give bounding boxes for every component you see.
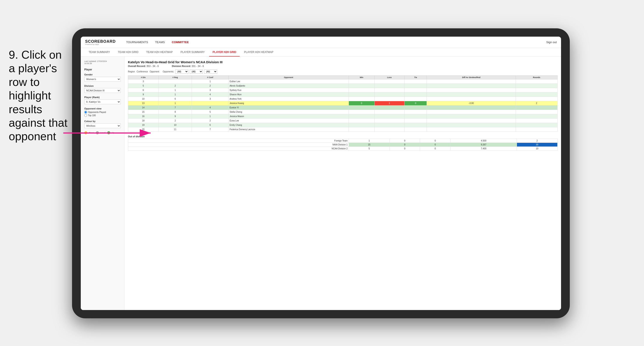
th-diff: Diff Av Strokes/Rnd: [427, 76, 516, 79]
color-down: [84, 131, 87, 134]
region-label: Region: [128, 70, 135, 73]
th-opponent: Opponent: [228, 76, 349, 79]
gender-label: Gender: [84, 73, 121, 76]
logo-sub: Powered by clippi: [85, 43, 116, 45]
table-row[interactable]: 20117Federica Domecq Lacroze: [128, 127, 558, 132]
nav-tournaments[interactable]: TOURNAMENTS: [126, 40, 148, 45]
overall-record: Overall Record: 353 - 34 - 6: [128, 65, 159, 67]
filter-conference: Conference: [137, 70, 148, 73]
step-number: 9.: [9, 48, 18, 61]
tab-team-summary[interactable]: TEAM SUMMARY: [85, 48, 114, 56]
color-level-label: Level: [101, 132, 106, 134]
instruction-text: 9. Click on a player's row to highlight …: [9, 48, 68, 143]
table-row[interactable]: 31Esther Lee: [128, 79, 558, 84]
table-row[interactable]: 914Sharon Mun: [128, 92, 558, 97]
table-row[interactable]: 1474Eunice Yi: [128, 106, 558, 110]
gender-section: Gender Women's: [84, 73, 121, 82]
th-conf: # Conf: [192, 76, 228, 79]
conference-label: Conference: [137, 70, 148, 73]
opponent-view-label: Opponent view: [84, 107, 121, 110]
region-select[interactable]: (All): [175, 70, 188, 74]
th-win: Win: [349, 76, 374, 79]
tablet-screen: SCOREBOARD Powered by clippi TOURNAMENTS…: [81, 37, 561, 310]
nav-teams[interactable]: TEAMS: [155, 40, 165, 45]
out-section-title: Out of division: [128, 135, 558, 138]
th-reg: # Reg: [158, 76, 192, 79]
out-table-row[interactable]: Foreign Team1004.5002: [128, 139, 558, 143]
filters-row: Region Conference Opponent Opponents: (A…: [128, 70, 558, 74]
color-down-label: Down: [89, 132, 94, 134]
player-rank-section: Player (Rank) 8. Katelyn Vo: [84, 96, 121, 104]
conference-select[interactable]: (All): [190, 70, 203, 74]
grid-content: Katelyn Vo Head-to-Head Grid for Women's…: [124, 57, 561, 310]
filter-opponent: Opponent: [150, 70, 159, 73]
last-updated: Last Updated: 27/03/2024 16:55:38: [84, 60, 121, 65]
out-table: Foreign Team1004.5002NAIA Division 11500…: [128, 139, 558, 151]
gender-select[interactable]: Women's: [84, 77, 121, 82]
tab-player-h2h-heatmap[interactable]: PLAYER H2H HEATMAP: [240, 48, 277, 56]
tab-team-h2h-heatmap[interactable]: TEAM H2H HEATMAP: [143, 48, 176, 56]
out-table-row[interactable]: NAIA Division 115009.26730: [128, 143, 558, 147]
opponent-view-radios: Opponents Played Top 100: [84, 111, 121, 117]
colour-by-select[interactable]: Win/loss: [84, 123, 121, 128]
filter-region: Region: [128, 70, 135, 73]
table-row[interactable]: 1585Stella Cheng: [128, 110, 558, 114]
table-row[interactable]: 19106Emily Chang: [128, 123, 558, 127]
color-up: [107, 131, 110, 134]
player-rank-select[interactable]: 8. Katelyn Vo: [84, 99, 121, 104]
th-loss: Loss: [374, 76, 404, 79]
nav-committee[interactable]: COMMITTEE: [172, 40, 189, 45]
division-section: Division NCAA Division III: [84, 85, 121, 93]
opponent-view-section: Opponent view Opponents Played Top 100: [84, 107, 121, 117]
opponent-select[interactable]: (All): [204, 70, 217, 74]
sign-out-button[interactable]: Sign out: [546, 40, 557, 44]
opponent-label: Opponent: [150, 70, 159, 73]
th-div: # Div: [128, 76, 159, 79]
instruction-body: Click on a player's row to highlight res…: [9, 48, 68, 143]
out-table-row[interactable]: NCAA Division 25007.40010: [128, 147, 558, 151]
tab-player-h2h-grid[interactable]: PLAYER H2H GRID: [209, 48, 240, 56]
division-record: Division Record: 331 - 34 - 6: [172, 65, 204, 67]
table-row[interactable]: 1063Andrea York: [128, 97, 558, 101]
radio-opponents-played[interactable]: [84, 111, 87, 114]
sidebar: Last Updated: 27/03/2024 16:55:38 Player…: [81, 57, 124, 310]
grid-title: Katelyn Vo Head-to-Head Grid for Women's…: [128, 60, 558, 64]
main-content: Last Updated: 27/03/2024 16:55:38 Player…: [81, 57, 561, 310]
th-rounds: Rounds: [516, 76, 557, 79]
grid-records: Overall Record: 353 - 34 - 6 Division Re…: [128, 65, 558, 67]
tab-player-summary[interactable]: PLAYER SUMMARY: [177, 48, 208, 56]
radio-top100[interactable]: [84, 114, 87, 117]
colour-by-section: Colour by Win/loss: [84, 120, 121, 128]
h2h-table: # Div # Reg # Conf Opponent Win Loss Tie…: [128, 75, 558, 132]
color-legend: Down Level Up: [84, 131, 121, 134]
player-rank-label: Player (Rank): [84, 96, 121, 99]
table-row[interactable]: 131Jessica Huang010-3.002: [128, 101, 558, 106]
opponents-label: Opponents:: [163, 70, 174, 73]
division-select[interactable]: NCAA Division III: [84, 88, 121, 93]
nav-links: TOURNAMENTS TEAMS COMMITTEE: [126, 40, 189, 45]
player-section-label: Player: [84, 68, 121, 71]
table-row[interactable]: 1822Euna Lee: [128, 119, 558, 123]
table-row[interactable]: 522Alexis Sudjianto: [128, 84, 558, 88]
table-row[interactable]: 1691Jessica Mason: [128, 114, 558, 119]
sub-nav: TEAM SUMMARY TEAM H2H GRID TEAM H2H HEAT…: [81, 48, 561, 57]
top-nav: SCOREBOARD Powered by clippi TOURNAMENTS…: [81, 37, 561, 48]
colour-by-label: Colour by: [84, 120, 121, 123]
out-of-division-section: Out of division Foreign Team1004.5002NAI…: [128, 135, 558, 151]
color-level: [96, 131, 99, 134]
division-label: Division: [84, 85, 121, 87]
logo-text: SCOREBOARD: [85, 39, 116, 44]
opponents-filter: Opponents: (All) (All) (All): [163, 70, 217, 74]
tab-team-h2h-grid[interactable]: TEAM H2H GRID: [114, 48, 142, 56]
logo: SCOREBOARD Powered by clippi: [85, 39, 116, 45]
table-row[interactable]: 613Sydney Kuo: [128, 88, 558, 92]
th-tie: Tie: [404, 76, 427, 79]
color-up-label: Up: [112, 132, 114, 134]
